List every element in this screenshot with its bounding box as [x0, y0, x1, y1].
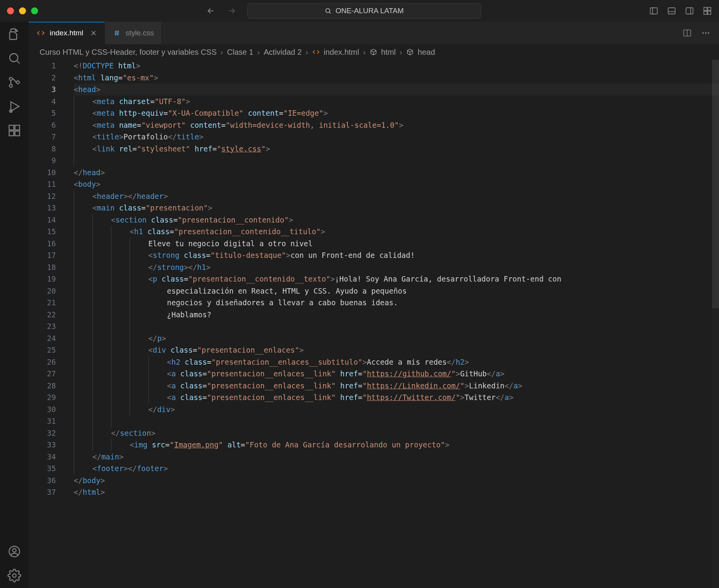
code-line[interactable]: <!DOCTYPE html>	[74, 60, 719, 72]
symbol-icon	[406, 48, 414, 56]
code-line[interactable]: <html lang="es-mx">	[74, 72, 719, 84]
code-line[interactable]: <footer></footer>	[74, 463, 719, 475]
line-number: 27	[29, 368, 56, 380]
command-center-search[interactable]: ONE-ALURA LATAM	[247, 3, 481, 19]
code-line[interactable]: </main>	[74, 451, 719, 463]
svg-rect-4	[704, 7, 707, 10]
svg-point-0	[326, 9, 330, 13]
code-line[interactable]: <h1 class="presentacion__contenido__titu…	[74, 226, 719, 238]
close-window-button[interactable]	[7, 7, 14, 14]
extensions-icon[interactable]	[7, 124, 21, 137]
line-number: 26	[29, 356, 56, 368]
search-activity-icon[interactable]	[7, 51, 21, 65]
customize-layout-icon[interactable]	[703, 6, 712, 16]
code-line[interactable]	[74, 155, 719, 167]
svg-rect-13	[9, 125, 14, 130]
toggle-secondary-sidebar-icon[interactable]	[685, 6, 694, 16]
code-editor[interactable]: 1234567891011121314151617181920212223242…	[29, 60, 719, 588]
line-number: 8	[29, 143, 56, 155]
line-number: 37	[29, 486, 56, 498]
line-number: 15	[29, 226, 56, 238]
code-line[interactable]: <a class="presentacion__enlaces__link" h…	[74, 380, 719, 392]
breadcrumb-separator: ›	[221, 48, 223, 57]
breadcrumb-item[interactable]: Clase 1	[227, 48, 254, 57]
breadcrumb-item[interactable]: Curso HTML y CSS-Header, footer y variab…	[40, 48, 217, 57]
line-number: 12	[29, 190, 56, 202]
code-line[interactable]: negocios y diseñadores a llevar a cabo b…	[74, 297, 719, 309]
code-line[interactable]: <strong class="titulo-destaque">con un F…	[74, 249, 719, 261]
code-line[interactable]: ¿Hablamos?	[74, 309, 719, 321]
code-line[interactable]: <p class="presentacion__contenido__texto…	[74, 273, 719, 285]
code-line[interactable]: especialización en React, HTML y CSS. Ay…	[74, 285, 719, 297]
line-number: 13	[29, 202, 56, 214]
editor-tab-index-html[interactable]: index.html✕	[29, 22, 105, 44]
code-line[interactable]: </body>	[74, 475, 719, 487]
toggle-primary-sidebar-icon[interactable]	[649, 6, 658, 16]
code-line[interactable]: </strong></h1>	[74, 261, 719, 273]
code-line[interactable]: </p>	[74, 332, 719, 344]
scrollbar-thumb[interactable]	[712, 60, 719, 308]
svg-rect-3	[686, 8, 693, 14]
nav-forward-button[interactable]	[227, 6, 236, 16]
toggle-panel-icon[interactable]	[667, 6, 676, 16]
code-line[interactable]: <body>	[74, 178, 719, 190]
breadcrumb-item[interactable]: html	[381, 48, 396, 57]
svg-rect-6	[704, 11, 707, 14]
code-line[interactable]: <h2 class="presentacion__enlaces__subtit…	[74, 356, 719, 368]
editor-tab-style-css[interactable]: style.css	[105, 22, 162, 44]
line-number: 34	[29, 451, 56, 463]
line-number: 31	[29, 415, 56, 427]
code-line[interactable]: <div class="presentacion__enlaces">	[74, 344, 719, 356]
breadcrumb-item[interactable]: head	[418, 48, 435, 57]
code-line[interactable]: <main class="presentacion">	[74, 202, 719, 214]
line-number: 1	[29, 60, 56, 72]
accounts-icon[interactable]	[7, 545, 21, 558]
code-line[interactable]: <head>	[74, 84, 719, 96]
code-line[interactable]: <a class="presentacion__enlaces__link" h…	[74, 391, 719, 404]
code-line[interactable]: <a class="presentacion__enlaces__link" h…	[74, 368, 719, 380]
code-line[interactable]: </head>	[74, 167, 719, 179]
line-number: 23	[29, 320, 56, 332]
breadcrumb-separator: ›	[257, 48, 260, 57]
source-control-icon[interactable]	[7, 75, 21, 89]
svg-rect-16	[15, 125, 20, 130]
breadcrumb-item[interactable]: Actividad 2	[264, 48, 302, 57]
code-line[interactable]: <link rel="stylesheet" href="style.css">	[74, 143, 719, 155]
symbol-icon	[370, 48, 377, 56]
code-line[interactable]	[74, 320, 719, 332]
code-line[interactable]: </div>	[74, 404, 719, 416]
editor-tabs: index.html✕style.css	[29, 22, 719, 44]
code-line[interactable]: Eleve tu negocio digital a otro nivel	[74, 238, 719, 250]
code-line[interactable]: <meta charset="UTF-8">	[74, 96, 719, 108]
minimap-scrollbar[interactable]	[712, 60, 719, 588]
more-actions-icon[interactable]	[701, 28, 710, 38]
code-line[interactable]	[74, 415, 719, 427]
maximize-window-button[interactable]	[31, 7, 38, 14]
tab-label: style.css	[126, 29, 154, 37]
code-line[interactable]: </html>	[74, 486, 719, 498]
line-number: 21	[29, 297, 56, 309]
code-line[interactable]: </section>	[74, 427, 719, 439]
settings-gear-icon[interactable]	[7, 569, 21, 583]
code-line[interactable]: <meta name="viewport" content="width=dev…	[74, 119, 719, 131]
minimize-window-button[interactable]	[19, 7, 26, 14]
code-line[interactable]: <title>Portafolio</title>	[74, 131, 719, 143]
split-editor-icon[interactable]	[683, 28, 692, 38]
code-line[interactable]: <img src="Imagem.png" alt="Foto de Ana G…	[74, 439, 719, 451]
explorer-icon[interactable]	[7, 27, 21, 41]
line-number: 35	[29, 463, 56, 475]
breadcrumb-item[interactable]: index.html	[324, 48, 359, 57]
code-line[interactable]: <header></header>	[74, 190, 719, 202]
line-number: 16	[29, 238, 56, 250]
code-content[interactable]: <!DOCTYPE html><html lang="es-mx"><head>…	[67, 60, 719, 498]
code-line[interactable]: <section class="presentacion__contenido"…	[74, 214, 719, 226]
code-line[interactable]: <meta http-equiv="X-UA-Compatible" conte…	[74, 107, 719, 119]
line-number: 33	[29, 439, 56, 451]
breadcrumb[interactable]: Curso HTML y CSS-Header, footer y variab…	[29, 44, 719, 60]
run-debug-icon[interactable]	[7, 99, 21, 113]
close-tab-icon[interactable]: ✕	[90, 29, 97, 38]
html-file-icon	[36, 29, 45, 37]
nav-back-button[interactable]	[206, 6, 215, 16]
line-number: 11	[29, 178, 56, 190]
line-number: 6	[29, 119, 56, 131]
